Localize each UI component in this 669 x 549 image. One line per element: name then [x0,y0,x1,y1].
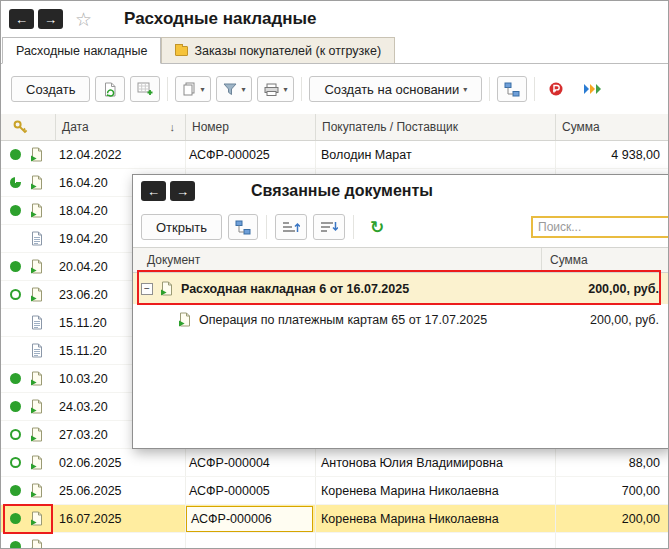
sort-ascending-button[interactable] [275,214,307,240]
column-header-date[interactable]: Дата↓ [56,114,186,140]
related-documents-window: ← → Связанные документы Открыть ↻ Докуме… [132,174,669,449]
filter-dropdown-button[interactable]: ▾ [216,76,252,102]
doc-icon-cell [29,281,56,308]
posted-document-icon [29,483,45,498]
table-header: Дата↓ Номер Покупатель / Поставщик Сумма [1,114,668,141]
status-cell [1,141,29,168]
create-based-button[interactable]: Создать на основании▾ [309,76,482,102]
create-based-label: Создать на основании [324,82,459,97]
status-posted-icon [10,541,21,549]
copy-icon [182,82,196,96]
sort-descending-button[interactable] [313,214,345,240]
posted-document-icon [29,511,45,526]
table-row[interactable]: 16.07.2025АСФР-000006Коренева Марина Ник… [1,505,668,533]
customer-cell: Володин Марат [316,141,556,168]
sum-cell: 88,00 [556,449,668,476]
chevron-down-icon: ▾ [283,85,287,94]
toolbar-separator [167,77,168,101]
posted-document-icon [29,147,45,162]
doc-icon-cell [29,253,56,280]
status-cell [1,197,29,224]
posted-document-icon [29,287,45,302]
tab-customer-orders[interactable]: Заказы покупателей (к отгрузке) [161,37,395,63]
sum-cell: 200,00 [556,505,668,532]
column-header-sum[interactable]: Сумма [541,248,669,272]
table-row[interactable] [1,533,668,549]
table-row[interactable]: 02.06.2025АСФР-000004Антонова Юлия Влади… [1,449,668,477]
chevron-down-icon: ▾ [241,85,245,94]
column-label: Дата [62,120,89,134]
related-doc-row[interactable]: −Расходная накладная 6 от 16.07.2025200,… [133,273,669,304]
toolbar-separator [353,215,354,239]
folder-icon [175,46,188,56]
sum-cell [556,533,668,549]
column-header-document[interactable]: Документ [133,253,541,267]
report-structure-button[interactable] [228,214,258,240]
status-cell [1,253,29,280]
date-cell: 12.04.2022 [56,141,186,168]
status-cell [1,449,29,476]
related-doc-row[interactable]: Операция по платежным картам 65 от 17.07… [133,304,669,335]
status-cell [1,225,29,252]
status-cell [1,281,29,308]
document-refresh-button[interactable] [95,76,125,102]
date-cell [56,533,186,549]
payments-service-button[interactable] [542,76,572,102]
status-cell [1,337,29,364]
column-header-number[interactable]: Номер [186,114,316,140]
structure-button[interactable] [497,76,527,102]
tab-label: Заказы покупателей (к отгрузке) [194,44,381,58]
doc-icon-cell [29,449,56,476]
current-cell[interactable]: АСФР-000006 [186,506,313,532]
column-header-customer[interactable]: Покупатель / Поставщик [316,114,556,140]
doc-icon-cell [29,337,56,364]
status-posted-icon [10,149,21,160]
doc-icon-cell [29,393,56,420]
overlay-forward-button[interactable]: → [170,181,195,201]
status-cell [1,421,29,448]
number-cell: АСФР-000025 [186,141,316,168]
back-button[interactable]: ← [9,9,34,29]
exchange-service-button[interactable] [577,76,609,102]
doc-icon-cell [29,225,56,252]
chevron-down-icon: ▾ [463,85,467,94]
collapse-icon[interactable]: − [141,283,153,295]
list-toolbar: Создать ▾ ▾ ▾ Создать на основании▾ [1,64,668,114]
forward-button[interactable]: → [38,9,63,29]
open-button[interactable]: Открыть [141,214,222,240]
document-icon [29,343,45,358]
favorite-star-icon[interactable]: ☆ [75,10,92,29]
status-cell [1,393,29,420]
column-label: Сумма [562,120,600,134]
customer-cell: Коренева Марина Николаевна [316,477,556,504]
copy-dropdown-button[interactable]: ▾ [175,76,211,102]
status-unposted-icon [10,289,21,300]
sort-descending-indicator-icon: ↓ [170,121,180,133]
tab-expense-invoices[interactable]: Расходные накладные [2,37,161,64]
document-icon [29,231,45,246]
table-plus-icon [137,82,153,96]
document-add-button[interactable] [130,76,160,102]
search-input[interactable] [531,216,669,238]
doc-icon-cell [29,309,56,336]
print-dropdown-button[interactable]: ▾ [257,76,294,102]
table-row[interactable]: 25.06.2025АСФР-000005Коренева Марина Ник… [1,477,668,505]
column-header-sum[interactable]: Сумма [556,114,668,140]
structure-icon [235,220,251,235]
posted-document-icon [29,399,45,414]
column-header-status[interactable] [1,114,56,140]
create-button[interactable]: Создать [11,76,90,102]
document-refresh-icon [103,82,118,97]
status-unposted-icon [10,457,21,468]
overlay-back-button[interactable]: ← [141,181,166,201]
sort-ascending-icon [282,220,300,234]
customer-cell [316,533,556,549]
refresh-button[interactable]: ↻ [362,214,392,240]
doc-icon-cell [29,477,56,504]
status-cell [1,309,29,336]
date-cell: 25.06.2025 [56,477,186,504]
posted-document-icon [29,455,45,470]
table-row[interactable]: 12.04.2022АСФР-000025Володин Марат4 938,… [1,141,668,169]
overlay-titlebar: ← → Связанные документы [133,175,669,207]
app-window: ← → ☆ Расходные накладные Расходные накл… [0,0,669,549]
